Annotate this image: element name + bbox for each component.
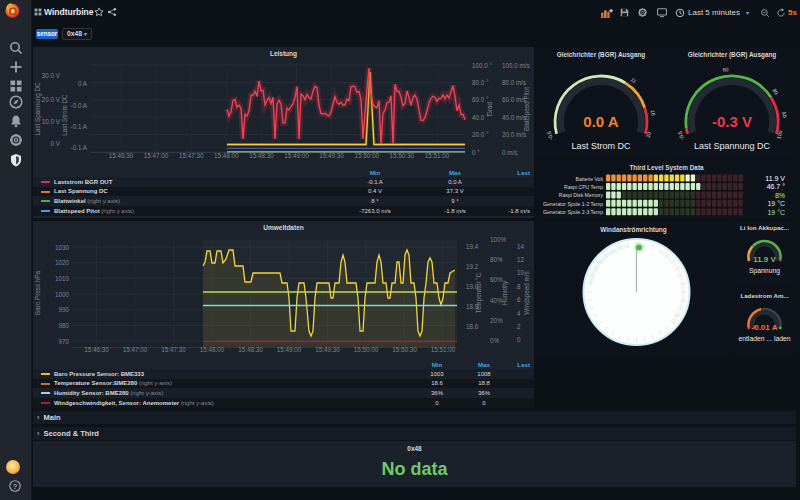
svg-text:-0.5: -0.5 [677, 131, 685, 141]
svg-text:30.0 V: 30.0 V [42, 72, 61, 79]
svg-text:Last Spannung DC: Last Spannung DC [694, 141, 771, 151]
svg-text:8: 8 [517, 283, 521, 290]
svg-text:Baro Press hPa: Baro Press hPa [34, 270, 41, 315]
svg-text:1030: 1030 [55, 244, 70, 251]
svg-text:15:49:30: 15:49:30 [315, 346, 340, 353]
svg-text:15:48:00: 15:48:00 [200, 346, 225, 353]
svg-text:990: 990 [58, 306, 69, 313]
svg-text:19 °C: 19 °C [767, 209, 785, 216]
svg-text:-0.01 A: -0.01 A [752, 323, 778, 332]
svg-text:15:47:30: 15:47:30 [161, 346, 186, 353]
svg-text:0 A: 0 A [78, 80, 88, 87]
svg-text:0.0 A: 0.0 A [583, 113, 618, 130]
svg-text:-0.3 V: -0.3 V [712, 113, 752, 130]
svg-text:Batterie Volt: Batterie Volt [576, 176, 604, 182]
svg-text:80%: 80% [490, 256, 503, 263]
svg-text:10.0 V: 10.0 V [42, 118, 61, 125]
svg-text:15:47:30: 15:47:30 [179, 152, 204, 159]
svg-text:6: 6 [517, 296, 521, 303]
svg-text:0%: 0% [490, 337, 500, 344]
svg-text:8%: 8% [775, 192, 785, 199]
svg-text:20.0 m/s: 20.0 m/s [502, 131, 526, 138]
svg-text:0: 0 [517, 336, 521, 343]
svg-text:Ladestrom Am...: Ladestrom Am... [740, 292, 789, 299]
svg-text:14: 14 [517, 243, 525, 250]
svg-text:100.0 m/s: 100.0 m/s [502, 62, 530, 69]
svg-text:Leistung: Leistung [270, 50, 297, 58]
svg-text:Last Spannung DC: Last Spannung DC [34, 82, 42, 136]
svg-text:20.0 °: 20.0 ° [472, 131, 489, 138]
svg-text:80: 80 [771, 87, 779, 95]
svg-text:980: 980 [58, 322, 69, 329]
svg-text:11: 11 [630, 76, 638, 84]
svg-text:Windspeed m/s: Windspeed m/s [523, 271, 531, 314]
svg-text:Generator Spule 1-2 Temp: Generator Spule 1-2 Temp [543, 201, 603, 207]
svg-text:15:50:30: 15:50:30 [390, 152, 415, 159]
svg-text:Humidity: Humidity [501, 280, 509, 305]
svg-text:15:46:30: 15:46:30 [84, 346, 109, 353]
svg-text:15:47:00: 15:47:00 [144, 152, 169, 159]
svg-text:20.0 V: 20.0 V [42, 96, 61, 103]
svg-text:15:49:00: 15:49:00 [277, 346, 302, 353]
svg-text:4: 4 [517, 310, 521, 317]
svg-text:15:48:00: 15:48:00 [214, 152, 239, 159]
svg-text:-0.5: -0.5 [546, 131, 554, 141]
svg-text:Umweltdaten: Umweltdaten [263, 224, 303, 231]
svg-text:16: 16 [650, 109, 657, 116]
svg-text:Gleichrichter (BGR) Ausgang: Gleichrichter (BGR) Ausgang [688, 51, 777, 59]
svg-text:Grad: Grad [486, 102, 493, 116]
svg-text:15:46:30: 15:46:30 [109, 152, 134, 159]
svg-text:0 °: 0 ° [472, 149, 480, 156]
svg-text:20: 20 [645, 131, 652, 138]
svg-text:15:47:00: 15:47:00 [123, 346, 148, 353]
svg-text:1000: 1000 [55, 291, 70, 298]
svg-text:-0.1 A: -0.1 A [71, 144, 88, 151]
svg-text:15:48:30: 15:48:30 [238, 346, 263, 353]
svg-text:15:48:30: 15:48:30 [249, 152, 274, 159]
svg-text:19.2: 19.2 [466, 263, 479, 270]
svg-text:Last Strom DC: Last Strom DC [61, 94, 68, 136]
svg-text:11.9 V: 11.9 V [765, 175, 785, 182]
svg-text:1020: 1020 [55, 259, 70, 266]
svg-text:90: 90 [781, 111, 788, 118]
svg-text:Li Ion Akkupac...: Li Ion Akkupac... [740, 224, 789, 231]
svg-text:0 V: 0 V [51, 140, 61, 147]
svg-text:80.0 °: 80.0 ° [472, 79, 489, 86]
svg-text:Blattspeed Pitot: Blattspeed Pitot [523, 87, 531, 131]
svg-text:Raspi Disk Memory: Raspi Disk Memory [559, 192, 604, 198]
svg-text:15:49:30: 15:49:30 [319, 152, 344, 159]
svg-text:19 °C: 19 °C [767, 200, 785, 207]
svg-text:15:50:00: 15:50:00 [354, 152, 379, 159]
svg-text:Windanströmrichtung: Windanströmrichtung [600, 226, 666, 234]
svg-text:100: 100 [775, 130, 783, 140]
svg-text:100.0 °: 100.0 ° [472, 62, 493, 69]
svg-text:12: 12 [517, 256, 525, 263]
svg-text:15:49:00: 15:49:00 [284, 152, 309, 159]
svg-text:entladen ... laden: entladen ... laden [738, 335, 790, 342]
svg-text:20%: 20% [490, 317, 503, 324]
svg-text:970: 970 [58, 338, 69, 345]
svg-text:Temperatur °C: Temperatur °C [475, 272, 483, 313]
svg-text:Gleichrichter (BGR) Ausgang: Gleichrichter (BGR) Ausgang [557, 51, 646, 59]
svg-text:11.9 V: 11.9 V [753, 255, 776, 264]
svg-text:15:50:00: 15:50:00 [354, 346, 379, 353]
svg-text:60: 60 [722, 66, 729, 73]
svg-text:Generator Spule 2-3 Temp: Generator Spule 2-3 Temp [543, 209, 603, 215]
svg-text:Third Level System Data: Third Level System Data [629, 164, 704, 172]
svg-text:15:51:00: 15:51:00 [425, 152, 450, 159]
svg-text:-0.0 A: -0.0 A [71, 102, 88, 109]
svg-text:80.0 m/s: 80.0 m/s [502, 79, 526, 86]
svg-text:1010: 1010 [55, 275, 70, 282]
svg-text:15:51:00: 15:51:00 [431, 346, 456, 353]
svg-text:Last Strom DC: Last Strom DC [571, 141, 631, 151]
svg-text:?: ? [13, 482, 18, 491]
svg-text:18.6: 18.6 [466, 323, 479, 330]
svg-text:0 m/s: 0 m/s [502, 149, 517, 156]
svg-text:-0.1 A: -0.1 A [71, 123, 88, 130]
svg-text:Raspi CPU Temp: Raspi CPU Temp [564, 184, 603, 190]
svg-text:Spannung: Spannung [749, 267, 780, 275]
svg-text:100%: 100% [490, 236, 507, 243]
svg-text:46.7 °: 46.7 ° [767, 183, 786, 190]
svg-text:2: 2 [517, 323, 521, 330]
svg-text:15:50:30: 15:50:30 [392, 346, 417, 353]
